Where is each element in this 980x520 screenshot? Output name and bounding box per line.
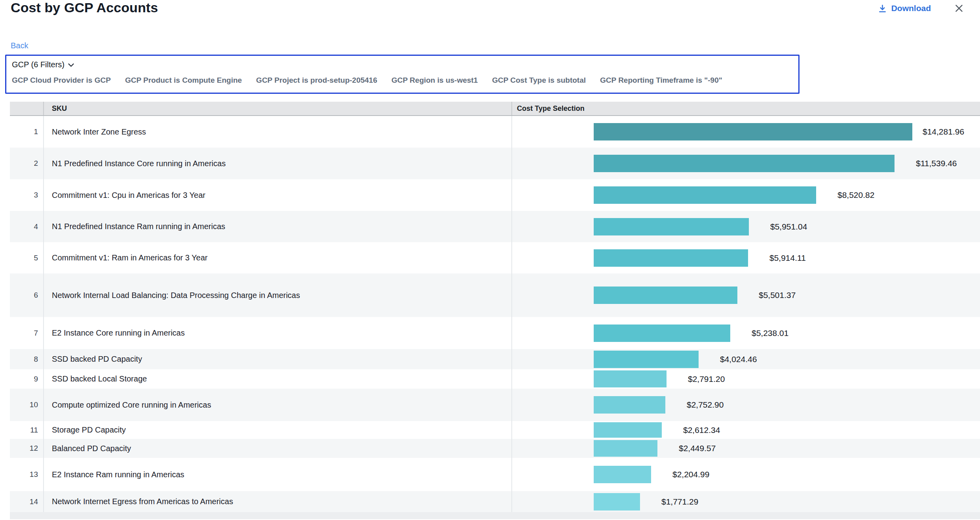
cost-bar: [594, 440, 657, 457]
row-number: 2: [10, 148, 43, 179]
back-link[interactable]: Back: [11, 41, 28, 50]
cost-value: $4,024.46: [720, 355, 757, 364]
cost-cell: $2,752.90: [512, 389, 980, 421]
sku-name: Commitment v1: Cpu in Americas for 3 Yea…: [43, 179, 512, 211]
sku-name: E2 Instance Ram running in Americas: [43, 458, 512, 491]
sku-name: Storage PD Capacity: [43, 421, 512, 439]
sku-name: SSD backed PD Capacity: [43, 349, 512, 369]
filter-chip: GCP Cost Type is subtotal: [492, 76, 586, 85]
cost-value: $1,771.29: [661, 497, 698, 507]
cost-cell: $2,449.57: [512, 439, 980, 458]
table-row[interactable]: 5Commitment v1: Ram in Americas for 3 Ye…: [10, 242, 980, 273]
sku-name: Commitment v1: Ram in Americas for 3 Yea…: [43, 242, 512, 273]
table-row[interactable]: 12Balanced PD Capacity$2,449.57: [10, 439, 980, 458]
cost-value: $2,204.99: [672, 470, 709, 479]
filter-group-box: GCP (6 Filters) GCP Cloud Provider is GC…: [5, 55, 800, 94]
cost-value: $2,449.57: [679, 444, 716, 453]
filter-group-label: GCP (6 Filters): [12, 60, 65, 69]
cost-bar: [594, 325, 730, 342]
cost-value: $14,281.96: [923, 127, 964, 137]
row-number: 13: [10, 458, 43, 491]
table-row[interactable]: 11Storage PD Capacity$2,612.34: [10, 421, 980, 439]
cost-bar: [594, 422, 662, 438]
cost-value: $11,539.46: [916, 159, 957, 168]
cost-bar: [594, 396, 665, 414]
row-number: 1: [10, 116, 43, 148]
cost-value: $2,612.34: [683, 425, 720, 435]
row-number: 7: [10, 317, 43, 349]
cost-bar: [594, 370, 667, 387]
chevron-down-icon: [68, 63, 74, 67]
filter-group-dropdown[interactable]: GCP (6 Filters): [12, 60, 74, 69]
cost-value: $5,238.01: [752, 328, 788, 338]
sku-column-header: SKU: [43, 102, 512, 115]
cost-cell: $2,612.34: [512, 421, 980, 439]
row-number: 10: [10, 389, 43, 421]
download-button[interactable]: Download: [878, 4, 931, 13]
row-number-column-header: [10, 102, 43, 115]
row-number: 5: [10, 242, 43, 273]
row-number: 12: [10, 439, 43, 458]
cost-bar: [594, 249, 748, 267]
row-number: 8: [10, 349, 43, 369]
row-number: 3: [10, 179, 43, 211]
cost-bar: [594, 218, 749, 235]
table-header: SKU Cost Type Selection: [10, 102, 980, 116]
table-footer-band: [10, 512, 980, 519]
cost-cell: $8,520.82: [512, 179, 980, 211]
cost-bar: [594, 186, 816, 204]
filter-chip: GCP Region is us-west1: [391, 76, 478, 85]
cost-bar: [594, 493, 640, 511]
cost-bar: [594, 466, 651, 483]
table-row[interactable]: 14Network Internet Egress from Americas …: [10, 491, 980, 512]
row-number: 6: [10, 273, 43, 317]
cost-value: $2,752.90: [687, 400, 724, 410]
cost-cell: $1,771.29: [512, 491, 980, 512]
table-row[interactable]: 1Network Inter Zone Egress$14,281.96: [10, 116, 980, 148]
sku-name: N1 Predefined Instance Ram running in Am…: [43, 211, 512, 242]
cost-cell: $11,539.46: [512, 148, 980, 179]
cost-type-selection-column-header: Cost Type Selection: [512, 102, 980, 115]
cost-by-gcp-accounts-panel: Cost by GCP Accounts Download Back GCP (…: [0, 0, 980, 520]
sku-name: Network Internal Load Balancing: Data Pr…: [43, 273, 512, 317]
row-number: 14: [10, 491, 43, 512]
table-row[interactable]: 6Network Internal Load Balancing: Data P…: [10, 273, 980, 317]
cost-cell: $5,238.01: [512, 317, 980, 349]
row-number: 4: [10, 211, 43, 242]
cost-cell: $2,204.99: [512, 458, 980, 491]
table-body: 1Network Inter Zone Egress$14,281.962N1 …: [10, 116, 980, 512]
table-row[interactable]: 4N1 Predefined Instance Ram running in A…: [10, 211, 980, 242]
filter-chip-list: GCP Cloud Provider is GCPGCP Product is …: [12, 76, 793, 85]
table-row[interactable]: 9SSD backed Local Storage$2,791.20: [10, 369, 980, 389]
close-icon[interactable]: [954, 3, 964, 13]
cost-cell: $2,791.20: [512, 369, 980, 389]
row-number: 9: [10, 369, 43, 389]
cost-bar: [594, 351, 699, 368]
cost-cell: $14,281.96: [512, 116, 980, 148]
download-icon: [878, 4, 887, 13]
sku-name: Network Inter Zone Egress: [43, 116, 512, 148]
table-row[interactable]: 13E2 Instance Ram running in Americas$2,…: [10, 458, 980, 491]
filter-chip: GCP Project is prod-setup-205416: [256, 76, 377, 85]
sku-name: SSD backed Local Storage: [43, 369, 512, 389]
cost-cell: $4,024.46: [512, 349, 980, 369]
download-label: Download: [891, 4, 931, 13]
cost-cell: $5,914.11: [512, 242, 980, 273]
cost-bar: [594, 123, 912, 140]
sku-name: Balanced PD Capacity: [43, 439, 512, 458]
filter-chip: GCP Cloud Provider is GCP: [12, 76, 111, 85]
sku-name: Compute optimized Core running in Americ…: [43, 389, 512, 421]
table-row[interactable]: 8SSD backed PD Capacity$4,024.46: [10, 349, 980, 369]
cost-cell: $5,501.37: [512, 273, 980, 317]
cost-bar: [594, 155, 895, 172]
table-row[interactable]: 2N1 Predefined Instance Core running in …: [10, 148, 980, 179]
table-row[interactable]: 3Commitment v1: Cpu in Americas for 3 Ye…: [10, 179, 980, 211]
cost-value: $5,501.37: [759, 290, 796, 300]
page-title: Cost by GCP Accounts: [11, 0, 158, 15]
top-actions: Download: [878, 3, 964, 13]
row-number: 11: [10, 421, 43, 439]
table-row[interactable]: 7E2 Instance Core running in Americas$5,…: [10, 317, 980, 349]
cost-bar: [594, 287, 737, 304]
table-row[interactable]: 10Compute optimized Core running in Amer…: [10, 389, 980, 421]
cost-value: $8,520.82: [838, 190, 874, 200]
